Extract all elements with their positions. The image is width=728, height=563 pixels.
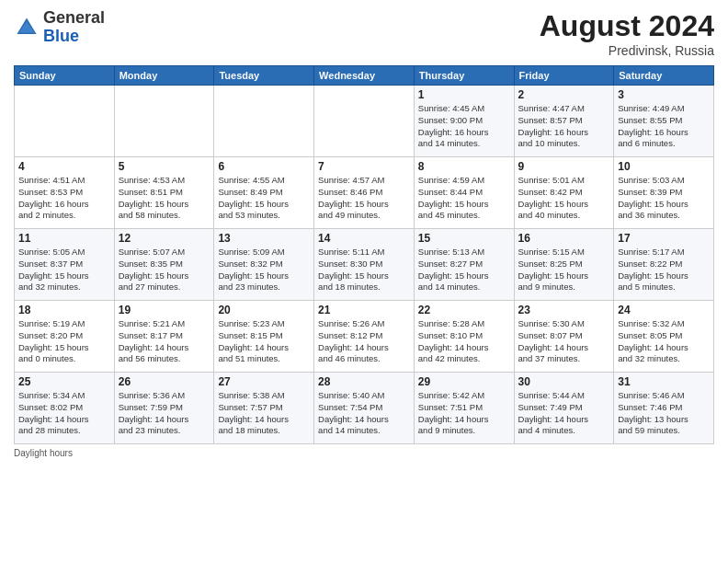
day-number: 11 (18, 232, 110, 245)
day-info: Sunrise: 5:01 AM Sunset: 8:42 PM Dayligh… (518, 175, 610, 222)
calendar-cell: 23Sunrise: 5:30 AM Sunset: 8:07 PM Dayli… (514, 301, 614, 373)
day-number: 22 (418, 304, 510, 316)
day-number: 2 (518, 88, 610, 101)
day-number: 4 (18, 160, 110, 173)
col-header-friday: Friday (514, 66, 614, 86)
calendar-cell: 7Sunrise: 4:57 AM Sunset: 8:46 PM Daylig… (314, 157, 415, 229)
day-info: Sunrise: 5:21 AM Sunset: 8:17 PM Dayligh… (119, 318, 210, 365)
logo-text: General Blue (43, 9, 105, 46)
footer-note: Daylight hours (14, 448, 714, 458)
calendar-cell: 27Sunrise: 5:38 AM Sunset: 7:57 PM Dayli… (214, 373, 314, 444)
day-number: 14 (318, 232, 410, 245)
col-header-monday: Monday (114, 66, 214, 86)
calendar-cell: 28Sunrise: 5:40 AM Sunset: 7:54 PM Dayli… (314, 373, 415, 444)
day-info: Sunrise: 4:45 AM Sunset: 9:00 PM Dayligh… (418, 103, 510, 150)
calendar-cell (114, 86, 214, 157)
calendar-cell (314, 86, 415, 157)
location: Predivinsk, Russia (540, 43, 714, 58)
day-number: 23 (518, 304, 610, 316)
calendar-cell: 21Sunrise: 5:26 AM Sunset: 8:12 PM Dayli… (314, 301, 415, 373)
day-info: Sunrise: 5:26 AM Sunset: 8:12 PM Dayligh… (318, 318, 410, 365)
day-info: Sunrise: 5:40 AM Sunset: 7:54 PM Dayligh… (318, 390, 410, 437)
calendar-cell: 6Sunrise: 4:55 AM Sunset: 8:49 PM Daylig… (214, 157, 314, 229)
day-info: Sunrise: 4:59 AM Sunset: 8:44 PM Dayligh… (418, 175, 510, 222)
day-number: 7 (318, 160, 410, 173)
calendar-week-2: 4Sunrise: 4:51 AM Sunset: 8:53 PM Daylig… (15, 157, 714, 229)
calendar-cell: 22Sunrise: 5:28 AM Sunset: 8:10 PM Dayli… (414, 301, 514, 373)
day-number: 1 (418, 88, 510, 101)
day-info: Sunrise: 4:49 AM Sunset: 8:55 PM Dayligh… (618, 103, 710, 150)
day-number: 17 (618, 232, 710, 245)
calendar-cell: 10Sunrise: 5:03 AM Sunset: 8:39 PM Dayli… (614, 157, 714, 229)
logo-general: General (43, 8, 105, 27)
day-info: Sunrise: 5:05 AM Sunset: 8:37 PM Dayligh… (18, 247, 110, 293)
day-number: 26 (119, 375, 210, 388)
calendar-cell: 11Sunrise: 5:05 AM Sunset: 8:37 PM Dayli… (15, 229, 115, 301)
logo: General Blue (14, 9, 105, 46)
day-info: Sunrise: 4:47 AM Sunset: 8:57 PM Dayligh… (518, 103, 610, 150)
day-number: 28 (318, 375, 410, 388)
day-number: 3 (618, 88, 710, 101)
calendar-cell: 30Sunrise: 5:44 AM Sunset: 7:49 PM Dayli… (514, 373, 614, 444)
header: General Blue August 2024 Predivinsk, Rus… (14, 9, 714, 58)
day-info: Sunrise: 4:57 AM Sunset: 8:46 PM Dayligh… (318, 175, 410, 222)
calendar-cell: 4Sunrise: 4:51 AM Sunset: 8:53 PM Daylig… (15, 157, 115, 229)
day-info: Sunrise: 5:09 AM Sunset: 8:32 PM Dayligh… (218, 247, 310, 293)
calendar-cell: 3Sunrise: 4:49 AM Sunset: 8:55 PM Daylig… (614, 86, 714, 157)
calendar-cell: 1Sunrise: 4:45 AM Sunset: 9:00 PM Daylig… (414, 86, 514, 157)
page: General Blue August 2024 Predivinsk, Rus… (0, 0, 728, 563)
day-number: 8 (418, 160, 510, 173)
day-number: 29 (418, 375, 510, 388)
day-info: Sunrise: 5:03 AM Sunset: 8:39 PM Dayligh… (618, 175, 710, 222)
logo-icon (14, 15, 40, 40)
calendar-cell: 19Sunrise: 5:21 AM Sunset: 8:17 PM Dayli… (114, 301, 214, 373)
day-number: 18 (18, 304, 110, 316)
calendar-cell: 17Sunrise: 5:17 AM Sunset: 8:22 PM Dayli… (614, 229, 714, 301)
day-info: Sunrise: 5:19 AM Sunset: 8:20 PM Dayligh… (18, 318, 110, 365)
day-info: Sunrise: 5:07 AM Sunset: 8:35 PM Dayligh… (119, 247, 210, 293)
day-number: 25 (18, 375, 110, 388)
day-number: 20 (218, 304, 310, 316)
calendar-week-5: 25Sunrise: 5:34 AM Sunset: 8:02 PM Dayli… (15, 373, 714, 444)
day-info: Sunrise: 5:32 AM Sunset: 8:05 PM Dayligh… (618, 318, 710, 365)
day-number: 24 (618, 304, 710, 316)
calendar-cell (214, 86, 314, 157)
day-info: Sunrise: 5:11 AM Sunset: 8:30 PM Dayligh… (318, 247, 410, 293)
logo-blue: Blue (43, 27, 79, 45)
day-info: Sunrise: 5:17 AM Sunset: 8:22 PM Dayligh… (618, 247, 710, 293)
calendar-cell: 5Sunrise: 4:53 AM Sunset: 8:51 PM Daylig… (114, 157, 214, 229)
day-info: Sunrise: 4:51 AM Sunset: 8:53 PM Dayligh… (18, 175, 110, 222)
day-info: Sunrise: 5:30 AM Sunset: 8:07 PM Dayligh… (518, 318, 610, 365)
col-header-wednesday: Wednesday (314, 66, 415, 86)
day-number: 31 (618, 375, 710, 388)
calendar-cell: 18Sunrise: 5:19 AM Sunset: 8:20 PM Dayli… (15, 301, 115, 373)
col-header-thursday: Thursday (414, 66, 514, 86)
day-number: 16 (518, 232, 610, 245)
calendar-week-1: 1Sunrise: 4:45 AM Sunset: 9:00 PM Daylig… (15, 86, 714, 157)
day-info: Sunrise: 5:23 AM Sunset: 8:15 PM Dayligh… (218, 318, 310, 365)
calendar-cell: 24Sunrise: 5:32 AM Sunset: 8:05 PM Dayli… (614, 301, 714, 373)
col-header-tuesday: Tuesday (214, 66, 314, 86)
month-year: August 2024 (540, 9, 714, 43)
day-info: Sunrise: 5:38 AM Sunset: 7:57 PM Dayligh… (218, 390, 310, 437)
calendar-cell (15, 86, 115, 157)
day-number: 9 (518, 160, 610, 173)
day-number: 19 (119, 304, 210, 316)
daylight-label: Daylight hours (14, 448, 73, 458)
day-info: Sunrise: 5:13 AM Sunset: 8:27 PM Dayligh… (418, 247, 510, 293)
day-number: 21 (318, 304, 410, 316)
calendar-cell: 9Sunrise: 5:01 AM Sunset: 8:42 PM Daylig… (514, 157, 614, 229)
col-header-sunday: Sunday (15, 66, 115, 86)
day-info: Sunrise: 5:15 AM Sunset: 8:25 PM Dayligh… (518, 247, 610, 293)
calendar-week-3: 11Sunrise: 5:05 AM Sunset: 8:37 PM Dayli… (15, 229, 714, 301)
calendar-cell: 25Sunrise: 5:34 AM Sunset: 8:02 PM Dayli… (15, 373, 115, 444)
day-number: 15 (418, 232, 510, 245)
day-number: 30 (518, 375, 610, 388)
calendar-cell: 8Sunrise: 4:59 AM Sunset: 8:44 PM Daylig… (414, 157, 514, 229)
day-number: 12 (119, 232, 210, 245)
calendar-cell: 14Sunrise: 5:11 AM Sunset: 8:30 PM Dayli… (314, 229, 415, 301)
calendar-cell: 26Sunrise: 5:36 AM Sunset: 7:59 PM Dayli… (114, 373, 214, 444)
day-info: Sunrise: 4:53 AM Sunset: 8:51 PM Dayligh… (119, 175, 210, 222)
calendar-week-4: 18Sunrise: 5:19 AM Sunset: 8:20 PM Dayli… (15, 301, 714, 373)
calendar-cell: 20Sunrise: 5:23 AM Sunset: 8:15 PM Dayli… (214, 301, 314, 373)
